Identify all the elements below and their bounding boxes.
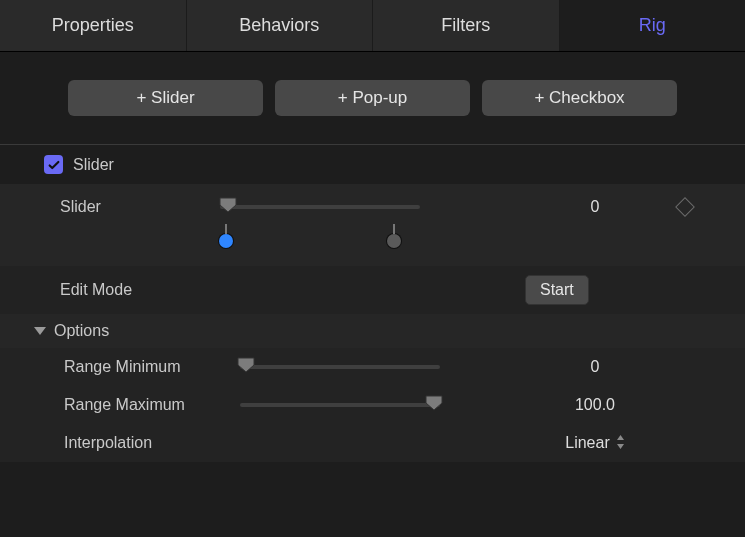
chevron-down-icon[interactable] [34,327,46,335]
widget-enable-checkbox[interactable] [44,155,63,174]
tab-rig[interactable]: Rig [560,0,746,51]
slider-label: Slider [60,198,220,216]
slider-value[interactable]: 0 [525,198,665,216]
add-widget-bar: + Slider + Pop-up + Checkbox [0,52,745,140]
range-maximum-value[interactable]: 100.0 [525,396,665,414]
range-maximum-label: Range Maximum [60,396,240,414]
keyframe-icon[interactable] [675,197,695,217]
edit-mode-row: Edit Mode Start [0,266,745,314]
tab-properties[interactable]: Properties [0,0,187,51]
widget-title: Slider [73,156,114,174]
edit-mode-start-button[interactable]: Start [525,275,589,305]
slider-thumb[interactable] [219,197,237,213]
range-minimum-value[interactable]: 0 [525,358,665,376]
add-checkbox-button[interactable]: + Checkbox [482,80,677,116]
range-minimum-thumb[interactable] [237,357,255,373]
range-maximum-thumb[interactable] [425,395,443,411]
snapshot-marker-active[interactable] [219,234,233,248]
range-minimum-label: Range Minimum [60,358,240,376]
tab-behaviors[interactable]: Behaviors [187,0,374,51]
interpolation-popup[interactable]: Linear [565,434,624,452]
widget-header: Slider [0,145,745,184]
snapshot-marker[interactable] [387,234,401,248]
snapshot-track[interactable] [220,234,430,252]
range-maximum-slider[interactable] [240,403,440,407]
updown-caret-icon [616,435,625,451]
add-slider-button[interactable]: + Slider [68,80,263,116]
range-minimum-row: Range Minimum 0 [0,348,745,386]
inspector-tabs: Properties Behaviors Filters Rig [0,0,745,52]
edit-mode-label: Edit Mode [60,281,220,299]
range-maximum-row: Range Maximum 100.0 [0,386,745,424]
options-group: Range Minimum 0 Range Maximum 100.0 Inte… [0,348,745,462]
interpolation-label: Interpolation [60,434,240,452]
slider-track[interactable] [220,205,420,209]
range-minimum-slider[interactable] [240,365,440,369]
tab-filters[interactable]: Filters [373,0,560,51]
options-label: Options [54,322,109,340]
interpolation-value: Linear [565,434,609,452]
interpolation-row: Interpolation Linear [0,424,745,462]
options-header[interactable]: Options [0,314,745,348]
slider-panel: Slider 0 [0,184,745,266]
add-popup-button[interactable]: + Pop-up [275,80,470,116]
